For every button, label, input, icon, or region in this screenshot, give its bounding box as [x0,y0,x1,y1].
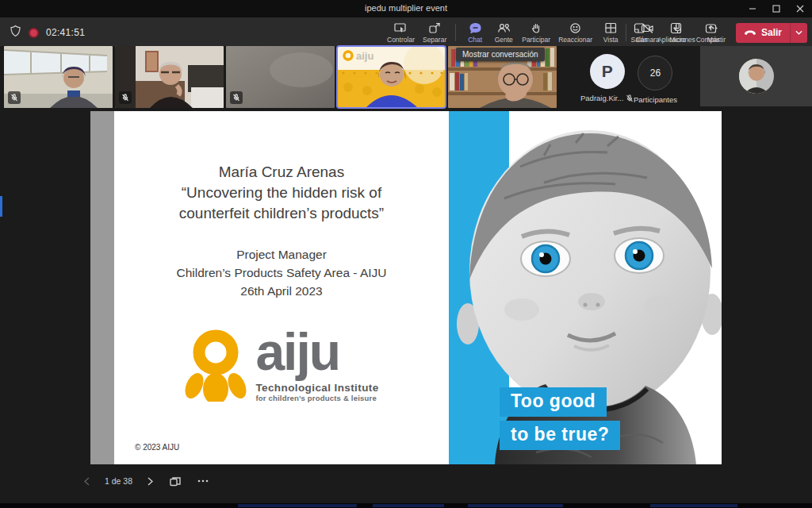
tooltip: Mostrar conversación [456,48,545,61]
chevron-right-icon [147,477,153,486]
video-tile-participant-1[interactable] [4,46,113,108]
react-button[interactable]: Reaccionar [554,21,596,45]
maximize-icon [772,5,780,13]
share-icon [704,22,718,34]
mic-muted-icon [230,91,243,104]
slide-page-indicator: 1 de 38 [105,476,132,486]
slide-title: María Cruz Arenas “Uncovering the hidden… [114,162,449,225]
aiju-wordmark: aiju [255,327,339,377]
window-titlebar: ipedu multiplier event [0,0,812,17]
recording-indicator-icon [29,28,39,38]
toolbar-divider [626,24,626,41]
video-tile-active-speaker[interactable]: aiju [337,46,446,108]
video-filmstrip: aiju [0,46,812,110]
close-icon [796,5,804,13]
aiju-tagline-1: Technological Institute [255,382,378,394]
meeting-toolbar: 02:41:51 Controlar Separar Chat Gente Pa… [0,17,812,48]
smiley-icon [569,22,582,34]
chevron-left-icon [84,477,90,486]
overlay-line: Too good [500,387,607,417]
raise-hand-button[interactable]: Participar [518,21,554,45]
minimize-icon [749,5,756,13]
aiju-logo-icon [184,327,247,406]
mic-muted-icon [119,91,132,104]
thumbnail-view-button[interactable] [168,475,182,488]
next-slide-button[interactable] [146,475,155,487]
mic-icon [671,22,684,34]
leave-options-button[interactable] [790,23,807,43]
more-icon [197,479,209,483]
shield-icon [10,25,21,40]
slide-copyright: © 2023 AIJU [135,443,179,452]
active-speaker-video: aiju [337,46,446,108]
leave-button[interactable]: Salir [736,23,790,43]
grid-view-icon [604,22,618,34]
participant-count-label: Participantes [634,95,677,104]
taskbar-sliver [0,503,812,508]
mic-muted-icon [8,91,21,104]
self-avatar [738,58,775,94]
popout-button[interactable]: Separar [419,21,450,45]
close-button[interactable] [788,0,812,17]
slide-sorter-icon [170,476,181,487]
leave-split-button: Salir [736,23,807,43]
chat-button[interactable]: Chat [461,21,489,45]
previous-slide-button[interactable] [82,475,91,487]
shared-content-stage: María Cruz Arenas “Uncovering the hidden… [0,110,812,471]
self-view-tile[interactable] [700,46,812,106]
chat-icon [469,22,482,34]
mic-muted-icon [626,94,634,102]
nav-more-button[interactable] [196,478,210,484]
slide-navigation: 1 de 38 [82,471,210,491]
video-tile-participant-2[interactable] [115,46,224,108]
share-button[interactable]: Compartir [692,21,730,45]
edge-indicator [0,196,2,217]
screen-control-icon [394,22,408,34]
meeting-timer: 02:41:51 [46,27,85,38]
participant-name: Padraig.Kir... [580,94,623,102]
chevron-down-icon [795,30,802,35]
maximize-button[interactable] [764,0,788,17]
slide-subtitle: Project Manager Children’s Products Safe… [114,245,449,301]
participant-avatar-group[interactable]: P Padraig.Kir... [580,54,634,102]
slide-overlay-caption: Too good to be true? [500,387,620,450]
toolbar-divider [455,24,456,41]
camera-off-icon [641,22,654,34]
presentation-slide: María Cruz Arenas “Uncovering the hidden… [90,111,722,464]
overlay-line: to be true? [500,421,620,450]
control-button[interactable]: Controlar [383,21,419,45]
slide-text-column: María Cruz Arenas “Uncovering the hidden… [114,111,449,464]
aiju-tagline-2: for children’s products & leisure [255,394,376,402]
hangup-icon [744,28,756,37]
popout-icon [428,22,442,34]
raise-hand-icon [530,22,543,34]
video-tile-participant-3[interactable] [226,46,335,108]
people-icon [497,22,511,34]
people-button[interactable]: Gente [489,21,518,45]
avatar: P [590,54,625,89]
aiju-logo: aiju Technological Institute for childre… [114,327,449,406]
camera-button[interactable]: Cámara [631,21,663,45]
svg-text:aiju: aiju [356,50,373,62]
mic-button[interactable]: Micro [664,21,692,45]
minimize-button[interactable] [741,0,764,17]
window-title: ipedu multiplier event [0,3,812,13]
participant-count-group[interactable]: 26 Participantes [634,56,677,104]
participant-count-badge: 26 [638,56,672,90]
slide-photo-column: Too good to be true? [449,111,722,464]
slide-gutter [90,111,114,464]
